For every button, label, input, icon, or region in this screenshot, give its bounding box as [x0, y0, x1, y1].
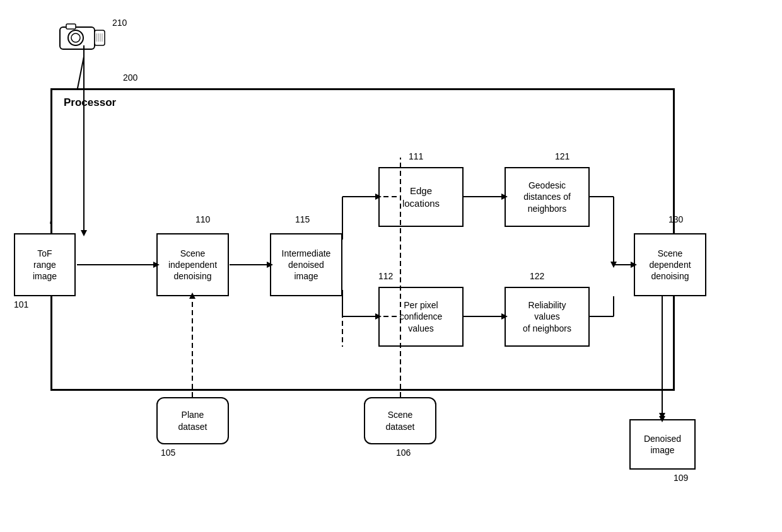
tof-box: ToFrangeimage: [14, 233, 76, 296]
svg-point-31: [71, 33, 80, 42]
denoised-box: Denoisedimage: [629, 419, 696, 470]
label-109: 109: [674, 473, 688, 483]
label-106: 106: [396, 448, 411, 458]
label-121: 121: [555, 151, 569, 161]
label-101: 101: [14, 299, 28, 309]
diagram: 210 200 Processor ToFrangeimage 101 Scen…: [0, 0, 782, 532]
scene-independent-box: Sceneindependentdenoising: [156, 233, 229, 296]
scene-dependent-box: Scenedependentdenoising: [634, 233, 706, 296]
intermediate-box: Intermediatedenoisedimage: [270, 233, 342, 296]
plane-dataset-box: Planedataset: [156, 397, 229, 444]
label-105: 105: [161, 448, 175, 458]
scene-dataset-box: Scenedataset: [364, 397, 436, 444]
svg-rect-32: [66, 24, 76, 29]
svg-rect-33: [95, 30, 105, 45]
label-130: 130: [668, 214, 683, 224]
edge-locations-box: Edgelocations: [378, 167, 464, 227]
label-111: 111: [409, 151, 423, 161]
label-122: 122: [530, 271, 544, 281]
per-pixel-box: Per pixelconfidencevalues: [378, 287, 464, 347]
label-210: 210: [112, 18, 127, 28]
label-112: 112: [378, 271, 393, 281]
label-110: 110: [196, 214, 210, 224]
label-115: 115: [295, 214, 310, 224]
reliability-box: Reliabilityvaluesof neighbors: [505, 287, 590, 347]
camera-icon: [57, 18, 107, 54]
processor-label: Processor: [64, 96, 116, 109]
geodesic-box: Geodesicdistances ofneighbors: [505, 167, 590, 227]
label-200: 200: [123, 72, 137, 83]
